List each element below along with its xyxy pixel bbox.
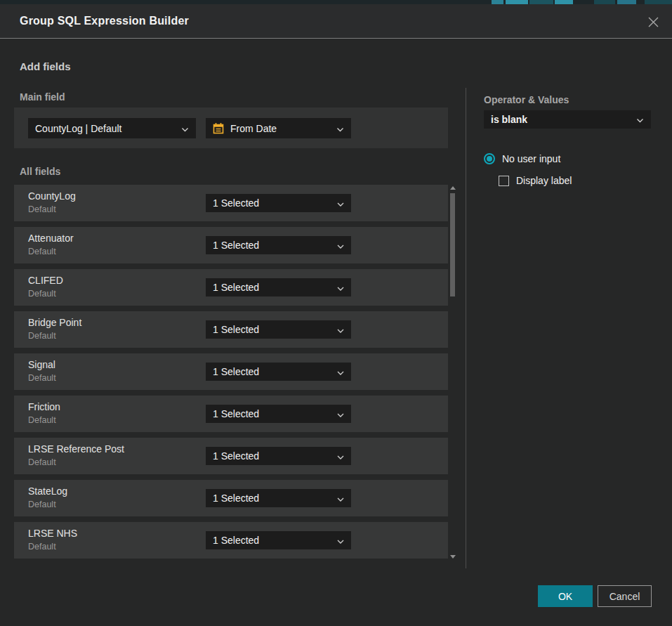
field-name: Attenuator bbox=[28, 233, 74, 244]
field-row-signal[interactable]: Signal Default 1 Selected bbox=[14, 353, 448, 390]
field-name: StateLog bbox=[28, 485, 67, 497]
field-name: Signal bbox=[28, 359, 55, 370]
all-fields-list: CountyLog Default 1 Selected Attenuator … bbox=[14, 185, 448, 564]
main-field-panel: CountyLog | Default From Date bbox=[14, 107, 448, 148]
dialog-title: Group SQL Expression Builder bbox=[20, 15, 189, 27]
field-selection-value: 1 Selected bbox=[213, 282, 331, 293]
screen: Group SQL Expression Builder Add fields … bbox=[0, 0, 672, 626]
chevron-down-icon bbox=[337, 281, 344, 294]
field-row-friction[interactable]: Friction Default 1 Selected bbox=[14, 396, 448, 432]
all-fields-label: All fields bbox=[20, 166, 60, 177]
radio-selected-icon bbox=[484, 153, 495, 164]
field-selection-value: 1 Selected bbox=[213, 366, 331, 377]
main-field-source-select[interactable]: CountyLog | Default bbox=[28, 118, 196, 138]
field-row-lrse-reference-post[interactable]: LRSE Reference Post Default 1 Selected bbox=[14, 438, 448, 474]
field-selection-value: 1 Selected bbox=[213, 324, 331, 335]
operator-value: is blank bbox=[491, 114, 631, 125]
scroll-down-icon[interactable] bbox=[450, 555, 456, 559]
field-row-countylog[interactable]: CountyLog Default 1 Selected bbox=[14, 185, 448, 221]
no-user-input-radio[interactable]: No user input bbox=[484, 153, 560, 164]
field-selection-value: 1 Selected bbox=[213, 450, 331, 462]
field-subtitle: Default bbox=[28, 542, 56, 552]
add-fields-heading: Add fields bbox=[20, 60, 71, 72]
chevron-down-icon bbox=[337, 450, 344, 462]
operator-values-label: Operator & Values bbox=[484, 94, 569, 105]
field-row-statelog[interactable]: StateLog Default 1 Selected bbox=[14, 480, 448, 516]
field-selection-select[interactable]: 1 Selected bbox=[206, 489, 351, 507]
display-label-checkbox[interactable]: Display label bbox=[499, 175, 572, 186]
field-subtitle: Default bbox=[28, 415, 56, 425]
main-field-source-value: CountyLog | Default bbox=[35, 123, 176, 134]
field-selection-value: 1 Selected bbox=[213, 535, 331, 546]
field-name: LRSE NHS bbox=[28, 528, 77, 539]
field-selection-select[interactable]: 1 Selected bbox=[206, 363, 351, 381]
field-selection-value: 1 Selected bbox=[213, 240, 331, 251]
field-selection-select[interactable]: 1 Selected bbox=[206, 405, 351, 423]
field-name: Bridge Point bbox=[28, 317, 81, 328]
field-subtitle: Default bbox=[28, 247, 56, 256]
field-row-attenuator[interactable]: Attenuator Default 1 Selected bbox=[14, 227, 448, 263]
field-row-bridge-point[interactable]: Bridge Point Default 1 Selected bbox=[14, 311, 448, 348]
fields-list-scrollbar[interactable] bbox=[449, 185, 456, 560]
main-field-date-value: From Date bbox=[230, 123, 331, 134]
field-subtitle: Default bbox=[28, 204, 56, 214]
chevron-down-icon bbox=[337, 197, 344, 209]
chevron-down-icon bbox=[337, 239, 344, 252]
display-label-label: Display label bbox=[516, 175, 572, 186]
field-selection-select[interactable]: 1 Selected bbox=[206, 278, 351, 296]
field-selection-select[interactable]: 1 Selected bbox=[206, 531, 351, 549]
no-user-input-label: No user input bbox=[502, 153, 560, 164]
field-subtitle: Default bbox=[28, 373, 56, 383]
field-row-clifed[interactable]: CLIFED Default 1 Selected bbox=[14, 269, 448, 306]
field-selection-value: 1 Selected bbox=[213, 197, 331, 209]
field-selection-select[interactable]: 1 Selected bbox=[206, 194, 351, 212]
cancel-button[interactable]: Cancel bbox=[598, 585, 652, 607]
field-subtitle: Default bbox=[28, 289, 56, 299]
panel-divider bbox=[466, 88, 466, 568]
scrollbar-thumb[interactable] bbox=[450, 193, 455, 296]
field-selection-value: 1 Selected bbox=[213, 408, 331, 419]
field-selection-select[interactable]: 1 Selected bbox=[206, 320, 351, 339]
field-row-lrse-nhs[interactable]: LRSE NHS Default 1 Selected bbox=[14, 522, 448, 559]
chevron-down-icon bbox=[337, 492, 344, 504]
field-selection-value: 1 Selected bbox=[213, 493, 331, 504]
field-selection-select[interactable]: 1 Selected bbox=[206, 447, 351, 465]
chevron-down-icon bbox=[337, 323, 344, 336]
close-icon[interactable] bbox=[644, 13, 662, 31]
calendar-icon bbox=[213, 122, 224, 134]
field-name: CountyLog bbox=[28, 190, 76, 202]
chevron-down-icon bbox=[336, 122, 344, 135]
main-field-date-select[interactable]: From Date bbox=[206, 118, 351, 138]
scroll-up-icon[interactable] bbox=[450, 186, 456, 190]
chevron-down-icon bbox=[337, 407, 344, 420]
field-name: CLIFED bbox=[28, 275, 63, 286]
field-selection-select[interactable]: 1 Selected bbox=[206, 236, 351, 254]
group-sql-expression-builder-dialog: Group SQL Expression Builder Add fields … bbox=[0, 4, 672, 626]
main-field-label: Main field bbox=[20, 91, 65, 103]
chevron-down-icon bbox=[337, 534, 344, 547]
chevron-down-icon bbox=[181, 122, 189, 135]
chevron-down-icon bbox=[636, 113, 644, 126]
field-subtitle: Default bbox=[28, 331, 56, 341]
operator-select[interactable]: is blank bbox=[484, 110, 651, 129]
dialog-titlebar: Group SQL Expression Builder bbox=[0, 4, 672, 39]
ok-button[interactable]: OK bbox=[538, 585, 593, 607]
field-subtitle: Default bbox=[28, 500, 56, 509]
field-subtitle: Default bbox=[28, 457, 56, 467]
checkbox-unchecked-icon bbox=[499, 176, 509, 186]
chevron-down-icon bbox=[337, 365, 344, 378]
field-name: Friction bbox=[28, 401, 60, 412]
field-name: LRSE Reference Post bbox=[28, 443, 124, 455]
